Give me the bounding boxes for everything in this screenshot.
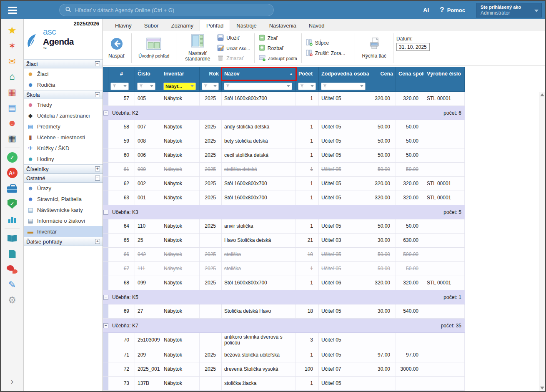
column-header-num[interactable]: #: [108, 67, 135, 81]
sidebar-section--al-ie-poh-ady[interactable]: Ďalšie pohľady+: [24, 237, 103, 246]
sidebar-item-u-itelia-zamestnanci[interactable]: ◆Učitelia / zamestnanci: [24, 110, 103, 121]
collapse-all-button[interactable]: Zbaľ: [258, 34, 298, 43]
shield-check-icon[interactable]: ✓: [1, 196, 23, 211]
sidebar-item-u-ebne-miestnosti[interactable]: ▮Učebne - miestnosti: [24, 132, 103, 143]
expand-plus-icon[interactable]: +: [95, 166, 100, 171]
attendance-person-icon[interactable]: ☻: [1, 115, 23, 131]
sidebar-section--kola[interactable]: Škola−: [24, 90, 103, 99]
group-row[interactable]: −Učebňa: K5počet: 1: [103, 290, 465, 304]
hamburger-menu-icon[interactable]: [1, 7, 24, 14]
settings-gear-icon[interactable]: ⚙: [1, 292, 23, 308]
columns-button[interactable]: Stĺpce: [305, 39, 347, 48]
table-row[interactable]: 73137BNábytokstolička žiacka1Učiteľ 05: [103, 377, 465, 391]
tab-nastavenia[interactable]: Nastavenia: [263, 20, 303, 31]
table-row[interactable]: 68099Nábytok2025Stôl 1600x800x7001Učiteľ…: [103, 276, 465, 290]
table-row[interactable]: 63001Nábytok2025Stôl 1600x800x7001Učiteľ…: [103, 191, 465, 205]
date-input[interactable]: 31. 10. 2025: [396, 43, 430, 51]
table-row[interactable]: 57005Nábytok2025Stôl 1600x800x7001Učiteľ…: [103, 92, 465, 106]
documents-icon[interactable]: [1, 246, 23, 261]
column-header-inventar[interactable]: Inventár: [161, 67, 200, 81]
column-header-cislo[interactable]: Číslo: [135, 67, 161, 81]
column-header-osoba[interactable]: Zodpovedná osoba: [319, 67, 369, 81]
column-header-cena[interactable]: Cena: [369, 67, 396, 81]
sidebar-item-hodiny[interactable]: ☻Hodiny: [24, 153, 103, 164]
group-by-button[interactable]: Zoskupiť podľa: [258, 54, 298, 63]
expand-all-button[interactable]: Rozbaľ: [258, 44, 298, 53]
back-button[interactable]: Naspäť: [105, 32, 128, 64]
sidebar-section-ostatn-[interactable]: Ostatné−: [24, 173, 103, 183]
sidebar-item--razy[interactable]: ☻Úrazy: [24, 183, 103, 193]
table-row[interactable]: 64110Nábytok2025anvir stolička1Učiteľ 05…: [103, 219, 465, 234]
collapse-minus-icon[interactable]: −: [95, 61, 100, 66]
sidebar-section--iaci[interactable]: Žiaci−: [24, 59, 103, 68]
scroll-up-icon[interactable]: [540, 93, 544, 96]
sidebar-item-predmety[interactable]: ▤Predmety: [24, 121, 103, 132]
table-row[interactable]: 722025_001Nábytok2025drevená Stolička vy…: [103, 362, 465, 377]
sidebar-item-inform-cie-o-iakovi[interactable]: ▤Informácie o žiakovi: [24, 215, 103, 226]
filter-value-inventar[interactable]: Nábyt...: [163, 83, 196, 90]
group-row[interactable]: −Učebňa: K2počet: 6: [103, 106, 465, 120]
tab-zoznamy[interactable]: Zoznamy: [165, 20, 199, 31]
set-default-button[interactable]: Nastaviť štandardné: [179, 32, 216, 64]
column-header-cena_spolu[interactable]: Cena spolu: [396, 67, 424, 81]
column-header-nazov[interactable]: Názov▲: [222, 67, 296, 81]
briefcase-icon[interactable]: [1, 181, 23, 196]
table-row[interactable]: 7025103009Nábytokantikoro skrinka dverov…: [103, 333, 465, 348]
collapse-group-icon[interactable]: −: [103, 295, 108, 300]
table-row[interactable]: 66042Nábytok2025stolička10Učiteľ 0550.00…: [103, 248, 465, 262]
group-row[interactable]: −Učebňa: K3počet: 5: [103, 205, 465, 219]
table-row[interactable]: 60006Nábytok2025cecil stolička detská1Uč…: [103, 148, 465, 163]
table-row[interactable]: 58007Nábytok2025andy stolička detská1Uči…: [103, 120, 465, 134]
table-row[interactable]: 71209Nábytok2025béžová stolička učiteľsk…: [103, 348, 465, 362]
filter-input-cislo[interactable]: [137, 83, 155, 90]
ai-button[interactable]: AI: [423, 7, 429, 13]
tab-poh-ad[interactable]: Pohľad: [200, 20, 230, 31]
delete-button[interactable]: Zmazať: [216, 54, 251, 63]
collapse-group-icon[interactable]: −: [103, 210, 108, 215]
group-row[interactable]: −Učebňa: K7počet: 35: [103, 319, 465, 333]
calendar-clock-icon[interactable]: ▦: [1, 131, 23, 146]
wizard-wand-icon[interactable]: ✶: [1, 38, 23, 53]
sidebar-item--iaci[interactable]: ☻Žiaci: [24, 68, 103, 79]
save-button[interactable]: Uložiť: [216, 34, 251, 43]
sidebar-section--seln-ky[interactable]: Číselníky+: [24, 164, 103, 173]
tab-s-bor[interactable]: Súbor: [138, 20, 165, 31]
grades-aplus-icon[interactable]: A+: [1, 165, 23, 181]
filter-input-nazov[interactable]: [224, 83, 292, 90]
agenda-pen-icon[interactable]: ✎: [1, 277, 23, 292]
column-header-vyrobne[interactable]: Výrobné číslo: [424, 67, 465, 81]
filter-input-pocet[interactable]: [298, 83, 316, 90]
sidebar-item-triedy[interactable]: ☻Triedy: [24, 99, 103, 110]
quick-print-button[interactable]: Rýchla tlač: [358, 32, 390, 64]
collapse-minus-icon[interactable]: −: [95, 92, 100, 97]
vertical-scrollbar[interactable]: [539, 92, 545, 391]
column-header-rok[interactable]: Rok: [200, 67, 222, 81]
filter-input-num[interactable]: [110, 83, 129, 90]
cancel-sort-button[interactable]: Zrušiť: Zora...: [305, 49, 347, 58]
favorites-star-icon[interactable]: ★: [1, 23, 23, 38]
save-as-button[interactable]: Uložiť Ako...: [216, 44, 251, 53]
collapse-group-icon[interactable]: −: [103, 111, 108, 116]
tab-n-stroje[interactable]: Nástroje: [230, 20, 263, 31]
tab-n-vod[interactable]: Návod: [303, 20, 331, 31]
library-book-icon[interactable]: [1, 231, 23, 246]
scroll-down-icon[interactable]: [540, 387, 544, 389]
sidebar-item-rodi-ia[interactable]: ☻Rodičia: [24, 79, 103, 90]
filter-input-rok[interactable]: [202, 83, 219, 90]
collapse-minus-icon[interactable]: −: [95, 176, 100, 181]
search-input[interactable]: Hľadať v dátach Agendy Online (Ctrl + G): [59, 4, 274, 16]
home-view-button[interactable]: Úvodný pohľad: [135, 32, 173, 64]
logged-in-user-dropdown[interactable]: Ste prihlásený ako Administrátor: [476, 3, 542, 18]
check-circle-icon[interactable]: ✓: [1, 150, 23, 165]
timetable-grid-icon[interactable]: ▦: [1, 84, 23, 100]
filter-input-osoba[interactable]: [321, 83, 366, 90]
sidebar-item-stravn-ci-platitelia[interactable]: ☻Stravníci, Platitelia: [24, 193, 103, 204]
sidebar-item-n-v-tevn-cke-karty[interactable]: ▤Návštevnícke karty: [24, 204, 103, 215]
help-button[interactable]: ? Pomoc: [440, 6, 465, 14]
table-row[interactable]: 62002Nábytok2025Stôl 1600x800x7001Učiteľ…: [103, 177, 465, 191]
tab-hlavn-[interactable]: Hlavný: [109, 20, 138, 31]
gradebook-notebook-icon[interactable]: ▤: [1, 100, 23, 115]
table-row[interactable]: 61009Nábytok2025stolička detská1Učiteľ 0…: [103, 163, 465, 177]
collapse-group-icon[interactable]: −: [103, 323, 108, 328]
chat-bubbles-icon[interactable]: [1, 261, 23, 277]
